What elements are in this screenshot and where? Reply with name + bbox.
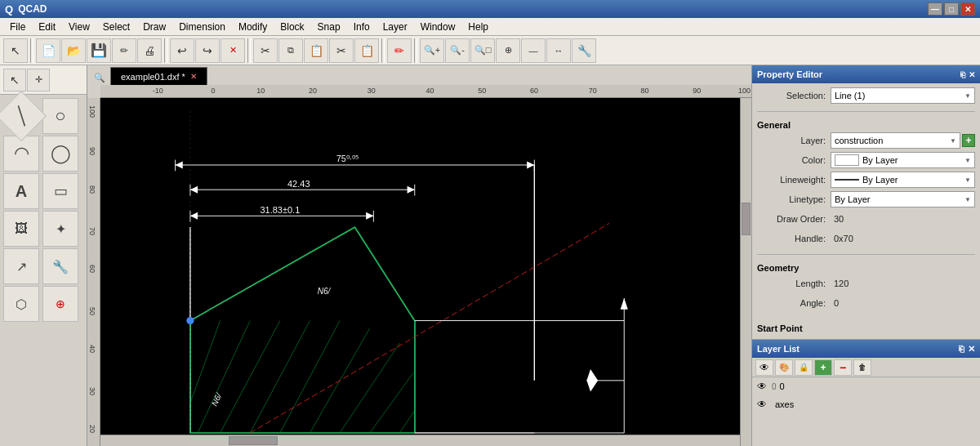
cut-button[interactable]: ✂ (253, 38, 278, 63)
separator-2 (164, 38, 167, 63)
zoom-prev-button[interactable]: — (521, 38, 546, 63)
layer-lock-button[interactable]: 🔒 (795, 359, 813, 376)
layer-close-icon[interactable]: ✕ (968, 344, 975, 355)
layer-item-0[interactable]: 👁 0 0 (752, 377, 980, 395)
menu-select[interactable]: Select (96, 20, 136, 34)
layer-item-axes[interactable]: 👁 axes (752, 395, 980, 413)
layer-value: construction (835, 136, 883, 145)
menu-file[interactable]: File (3, 20, 32, 34)
tab-close-button[interactable]: ✕ (190, 72, 197, 81)
add-layer-button[interactable]: + (962, 134, 975, 147)
close-prop-icon[interactable]: ✕ (969, 70, 975, 79)
horizontal-scroll-thumb[interactable] (229, 436, 278, 445)
zoom-fit-button[interactable]: ⊕ (496, 38, 520, 63)
general-section: General Layer: construction + Color: By … (752, 114, 980, 252)
zoom-window-button[interactable]: 🔍□ (470, 38, 495, 63)
layer-float-icon[interactable]: ⎗ (959, 344, 964, 355)
crosshair-tool-button[interactable]: ✛ (27, 69, 50, 91)
open-file-button[interactable]: 📂 (61, 38, 86, 63)
arrow-tool-button[interactable]: ↖ (3, 69, 26, 91)
canvas-area: 🔍 example01.dxf * ✕ -10 0 10 20 30 40 50… (87, 65, 751, 446)
horizontal-scrollbar[interactable] (100, 435, 740, 446)
drawing-canvas[interactable]: 75⁰·⁰⁵ 42.43 31.83±0.1 (100, 98, 751, 446)
settings-button[interactable]: 🔧 (572, 38, 596, 63)
vertical-scrollbar[interactable] (740, 98, 751, 446)
vertical-scroll-thumb[interactable] (742, 203, 751, 235)
svg-text:N6/: N6/ (318, 287, 332, 296)
main-area: ↖ ✛ ╱ ○ ◠ ◯ A ▭ 🖼 ✦ ↗ 🔧 ⬡ ⊕ 🔍 (0, 65, 980, 446)
undo-button[interactable]: ↩ (170, 38, 194, 63)
layer-items: 👁 0 0 👁 axes (752, 377, 980, 413)
modify-tool-button[interactable]: 🔧 (42, 248, 78, 284)
property-editor: Property Editor ⎗ ✕ Selection: Line (1) (752, 65, 980, 340)
line-tool-button[interactable]: ╱ (0, 91, 47, 141)
cut2-button[interactable]: ✂ (329, 38, 354, 63)
lineweight-dropdown[interactable]: By Layer (831, 172, 975, 188)
polygon-tool-button[interactable]: ⬡ (3, 286, 39, 322)
layer-0-name: 0 (780, 381, 977, 391)
general-title: General (757, 120, 975, 130)
file-tab[interactable]: example01.dxf * ✕ (110, 67, 207, 85)
drawing-svg: 75⁰·⁰⁵ 42.43 31.83±0.1 (100, 98, 751, 446)
select-tool-button[interactable]: ↖ (3, 38, 28, 63)
add-layer-button[interactable]: + (814, 359, 832, 376)
layer-0-eye-icon: 👁 (755, 380, 768, 393)
save-file-button[interactable]: 💾 (87, 38, 111, 63)
maximize-button[interactable]: □ (944, 2, 959, 16)
selection-dropdown[interactable]: Line (1) (831, 87, 975, 104)
delete-layer-button[interactable]: 🗑 (853, 359, 871, 376)
menu-layer[interactable]: Layer (376, 20, 414, 34)
clear-button[interactable]: ✕ (220, 38, 245, 63)
zoom-out-button[interactable]: 🔍- (445, 38, 470, 63)
linetype-dropdown[interactable]: By Layer (831, 191, 975, 207)
layer-dropdown[interactable]: construction (831, 132, 960, 149)
layer-eye-button[interactable]: 👁 (755, 359, 773, 376)
zoom-in-button[interactable]: 🔍+ (420, 38, 444, 63)
circle-tool-button[interactable]: ○ (42, 98, 78, 134)
linetype-label: Linetype: (757, 194, 831, 204)
menu-view[interactable]: View (62, 20, 96, 34)
canvas-wrapper[interactable]: -10 0 10 20 30 40 50 60 70 80 90 100 100 (87, 85, 751, 446)
minimize-button[interactable]: — (928, 2, 942, 16)
dimension-tool-button[interactable]: ↗ (3, 248, 39, 284)
property-editor-icons: ⎗ ✕ (960, 70, 975, 79)
text-tool-button[interactable]: A (3, 173, 39, 209)
insert-tool-button[interactable]: ✦ (42, 211, 78, 247)
pencil-button[interactable]: ✏ (387, 38, 412, 63)
menu-window[interactable]: Window (414, 20, 462, 34)
close-button[interactable]: ✕ (960, 2, 975, 16)
float-icon[interactable]: ⎗ (960, 70, 965, 79)
selection-label: Selection: (757, 91, 831, 100)
right-panel: Property Editor ⎗ ✕ Selection: Line (1) (751, 65, 980, 446)
layer-color-button[interactable]: 🎨 (775, 359, 793, 376)
paste-button[interactable]: 📋 (304, 38, 328, 63)
menu-edit[interactable]: Edit (32, 20, 62, 34)
save-as-button[interactable]: ✏ (112, 38, 136, 63)
color-dropdown[interactable]: By Layer (831, 152, 975, 168)
new-file-button[interactable]: 📄 (36, 38, 60, 63)
copy2-button[interactable]: 📋 (354, 38, 379, 63)
angle-row: Angle: 0 (757, 294, 975, 312)
menu-info[interactable]: Info (347, 20, 376, 34)
menu-dimension[interactable]: Dimension (172, 20, 232, 34)
copy-button[interactable]: ⧉ (278, 38, 303, 63)
menu-draw[interactable]: Draw (136, 20, 172, 34)
separator-5 (414, 38, 417, 63)
redo-button[interactable]: ↪ (195, 38, 220, 63)
ellipse-tool-button[interactable]: ◯ (42, 136, 78, 172)
linetype-row: Linetype: By Layer (757, 190, 975, 208)
image-tool-button[interactable]: 🖼 (3, 211, 39, 247)
print-button[interactable]: 🖨 (137, 38, 162, 63)
menu-snap[interactable]: Snap (311, 20, 347, 34)
snap-tool-button[interactable]: ⊕ (42, 286, 78, 322)
draw-order-value: 30 (831, 214, 975, 224)
zoom-icon[interactable]: 🔍 (91, 71, 109, 85)
menu-modify[interactable]: Modify (232, 20, 274, 34)
svg-rect-0 (100, 111, 751, 433)
color-swatch (835, 154, 859, 166)
remove-layer-button[interactable]: − (834, 359, 852, 376)
rect-tool-button[interactable]: ▭ (42, 173, 78, 209)
menu-block[interactable]: Block (274, 20, 310, 34)
menu-help[interactable]: Help (461, 20, 495, 34)
zoom-all-button[interactable]: ↔ (546, 38, 571, 63)
